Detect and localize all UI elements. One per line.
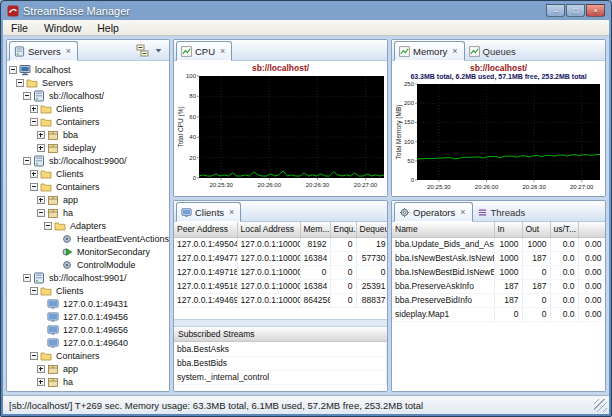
collapse-toggle[interactable]: [44, 222, 52, 230]
close-tab-icon[interactable]: ×: [220, 47, 225, 55]
expand-toggle[interactable]: [30, 105, 38, 113]
tree-item-clients[interactable]: Clients: [7, 167, 169, 180]
expand-toggle[interactable]: [37, 378, 45, 386]
column-header[interactable]: us/T...: [550, 222, 578, 237]
tree-item-label: Containers: [56, 117, 100, 127]
adapter-icon: [61, 259, 74, 271]
column-header[interactable]: In: [494, 222, 522, 237]
maximize-button[interactable]: □: [566, 4, 585, 17]
operator-row[interactable]: bba.IsNewBestAsk.IsNewB...10001870.00.00: [392, 251, 605, 265]
tree-item-sb-localhost[interactable]: sb://localhost/: [7, 89, 169, 102]
column-header[interactable]: Out: [522, 222, 550, 237]
operator-row[interactable]: sideplay.Map1000.00.00: [392, 307, 605, 321]
column-header[interactable]: Peer Address: [174, 222, 237, 237]
collapse-toggle[interactable]: [23, 92, 31, 100]
tab-cpu[interactable]: CPU ×: [176, 41, 232, 61]
container-icon: [47, 376, 60, 388]
menu-window[interactable]: Window: [36, 21, 89, 35]
resize-grip[interactable]: [594, 399, 607, 412]
menu-bar: File Window Help: [3, 20, 609, 36]
close-tab-icon[interactable]: ×: [229, 208, 234, 216]
tree-item-adapters[interactable]: Adapters: [7, 219, 169, 232]
tree-item-app[interactable]: app: [7, 362, 169, 375]
tree-item-127-0-0-1-49456[interactable]: 127.0.0.1:49456: [7, 310, 169, 323]
tab-memory[interactable]: Memory ×: [394, 41, 465, 61]
view-menu-icon[interactable]: [152, 44, 165, 57]
tree-item-controlmodule[interactable]: ControlModule: [7, 258, 169, 271]
cell: 8192: [300, 237, 330, 251]
tree-item-servers[interactable]: Servers: [7, 76, 169, 89]
client-row[interactable]: 127.0.0.1:49477127.0.0.1:100001638405773…: [174, 251, 387, 265]
client-row[interactable]: 127.0.0.1:49518127.0.0.1:100001638402539…: [174, 279, 387, 293]
tab-servers[interactable]: Servers ×: [9, 41, 78, 61]
operator-row[interactable]: bba.PreserveBidInfo18700.00.00: [392, 293, 605, 307]
stream-item[interactable]: bba.BestAsks: [174, 342, 387, 356]
column-header[interactable]: Enqu...: [330, 222, 356, 237]
expand-toggle[interactable]: [30, 170, 38, 178]
tab-threads[interactable]: Threads: [473, 202, 532, 222]
tree-item-containers[interactable]: Containers: [7, 115, 169, 128]
stream-item[interactable]: bba.BestBids: [174, 356, 387, 370]
tree-item-heartbeateventactions[interactable]: HeartbeatEventActions: [7, 232, 169, 245]
collapse-all-icon[interactable]: [136, 44, 149, 57]
close-tab-icon[interactable]: ×: [66, 47, 71, 55]
expand-toggle[interactable]: [37, 196, 45, 204]
tree-item-sb-localhost-9900[interactable]: sb://localhost:9900/: [7, 154, 169, 167]
tree-item-clients[interactable]: Clients: [7, 284, 169, 297]
close-tab-icon[interactable]: ×: [460, 208, 465, 216]
collapse-toggle[interactable]: [37, 209, 45, 217]
tree-item-ha[interactable]: ha: [7, 375, 169, 388]
collapse-toggle[interactable]: [30, 183, 38, 191]
expand-toggle[interactable]: [37, 131, 45, 139]
column-header[interactable]: Mem...: [300, 222, 330, 237]
tab-operators[interactable]: Operators ×: [394, 202, 473, 222]
close-button[interactable]: ×: [586, 4, 605, 17]
tree-item-app[interactable]: app: [7, 193, 169, 206]
tab-clients[interactable]: Clients ×: [176, 202, 241, 222]
collapse-toggle[interactable]: [30, 287, 38, 295]
title-bar[interactable]: StreamBase Manager – □ ×: [3, 1, 609, 20]
sash[interactable]: [174, 319, 387, 327]
tab-label: Threads: [491, 207, 526, 218]
tree-item-127-0-0-1-49656[interactable]: 127.0.0.1:49656: [7, 323, 169, 336]
collapse-toggle[interactable]: [23, 274, 31, 282]
collapse-toggle[interactable]: [9, 66, 17, 74]
tree-item-containers[interactable]: Containers: [7, 349, 169, 362]
column-header[interactable]: Name: [392, 222, 494, 237]
client-row[interactable]: 127.0.0.1:49718127.0.0.1:10000000: [174, 265, 387, 279]
tree-item-localhost[interactable]: localhost: [7, 63, 169, 76]
expand-toggle[interactable]: [37, 365, 45, 373]
tree-item-containers[interactable]: Containers: [7, 180, 169, 193]
collapse-toggle[interactable]: [23, 157, 31, 165]
tree-item-label: ha: [63, 377, 73, 387]
collapse-toggle[interactable]: [16, 79, 24, 87]
column-header[interactable]: Dequeued: [356, 222, 387, 237]
menu-file[interactable]: File: [3, 21, 36, 35]
tree-item-sideplay[interactable]: sideplay: [7, 141, 169, 154]
tree-item-127-0-0-1-49640[interactable]: 127.0.0.1:49640: [7, 336, 169, 349]
close-tab-icon[interactable]: ×: [452, 47, 457, 55]
tree-item-127-0-0-1-49431[interactable]: 127.0.0.1:49431: [7, 297, 169, 310]
tree-item-monitorsecondary[interactable]: MonitorSecondary: [7, 245, 169, 258]
tree-item-ha[interactable]: ha: [7, 206, 169, 219]
expand-toggle[interactable]: [37, 144, 45, 152]
column-header[interactable]: [578, 222, 605, 237]
minimize-button[interactable]: –: [546, 4, 565, 17]
tree-item-label: Adapters: [70, 221, 106, 231]
cpu-chart: 02040608010020:25:3020:26:0020:26:3020:2…: [174, 73, 387, 193]
tree-item-sb-localhost-9901[interactable]: sb://localhost:9901/: [7, 271, 169, 284]
tab-queues[interactable]: Queues: [465, 41, 522, 61]
tree-item-bba[interactable]: bba: [7, 128, 169, 141]
tree-item-clients[interactable]: Clients: [7, 102, 169, 115]
tree-item-label: localhost: [35, 65, 71, 75]
column-header[interactable]: Local Address: [237, 222, 300, 237]
operator-row[interactable]: bba.Update_Bids_and_Asks100010000.00.00: [392, 237, 605, 251]
operator-row[interactable]: bba.IsNewBestBid.IsNewB...100000.00.00: [392, 265, 605, 279]
collapse-toggle[interactable]: [30, 118, 38, 126]
collapse-toggle[interactable]: [30, 352, 38, 360]
operator-row[interactable]: bba.PreserveAskInfo1871870.00.00: [392, 279, 605, 293]
client-row[interactable]: 127.0.0.1:49504127.0.0.1:100008192019: [174, 237, 387, 251]
menu-help[interactable]: Help: [89, 21, 127, 35]
client-row[interactable]: 127.0.0.1:49469127.0.0.1:100008642560888…: [174, 293, 387, 307]
stream-item[interactable]: system._internal_control: [174, 370, 387, 384]
